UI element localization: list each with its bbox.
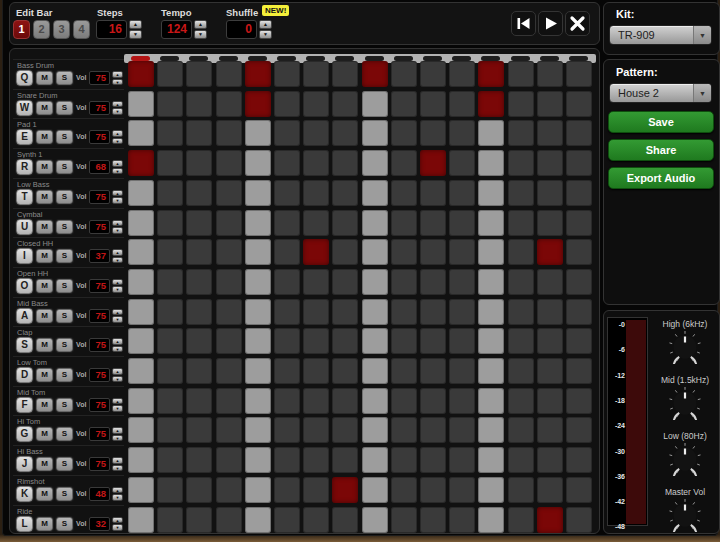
volume-down-button[interactable]: ▼ <box>112 257 123 264</box>
track-key-button[interactable]: W <box>16 100 33 116</box>
track-key-button[interactable]: T <box>16 189 33 205</box>
volume-up-button[interactable]: ▲ <box>112 190 123 197</box>
volume-up-button[interactable]: ▲ <box>112 457 123 464</box>
step-cell[interactable] <box>157 210 183 236</box>
track-key-button[interactable]: I <box>16 248 33 264</box>
solo-button[interactable]: S <box>56 249 73 263</box>
step-cell[interactable] <box>332 120 358 146</box>
step-cell[interactable] <box>128 150 154 176</box>
step-cell[interactable] <box>537 269 563 295</box>
volume-value[interactable]: 75 <box>89 338 110 352</box>
step-cell[interactable] <box>391 447 417 473</box>
edit-bar-button-3[interactable]: 3 <box>53 20 70 39</box>
step-cell[interactable] <box>420 388 446 414</box>
step-cell[interactable] <box>157 150 183 176</box>
track-key-button[interactable]: Q <box>16 70 33 86</box>
step-cell[interactable] <box>391 150 417 176</box>
step-cell[interactable] <box>128 210 154 236</box>
track-key-button[interactable]: U <box>16 219 33 235</box>
share-button[interactable]: Share <box>608 139 714 161</box>
step-cell[interactable] <box>391 507 417 533</box>
step-cell[interactable] <box>274 388 300 414</box>
step-cell[interactable] <box>449 299 475 325</box>
track-key-button[interactable]: E <box>16 129 33 145</box>
mute-button[interactable]: M <box>36 249 53 263</box>
step-cell[interactable] <box>303 61 329 87</box>
step-cell[interactable] <box>391 210 417 236</box>
step-cell[interactable] <box>245 417 271 443</box>
solo-button[interactable]: S <box>56 398 73 412</box>
volume-down-button[interactable]: ▼ <box>112 465 123 472</box>
step-cell[interactable] <box>128 120 154 146</box>
step-cell[interactable] <box>274 269 300 295</box>
step-cell[interactable] <box>508 210 534 236</box>
tempo-up-button[interactable]: ▲ <box>194 20 207 29</box>
step-cell[interactable] <box>245 358 271 384</box>
step-cell[interactable] <box>216 299 242 325</box>
volume-up-button[interactable]: ▲ <box>112 338 123 345</box>
step-cell[interactable] <box>449 269 475 295</box>
step-cell[interactable] <box>245 299 271 325</box>
volume-value[interactable]: 75 <box>89 398 110 412</box>
step-cell[interactable] <box>420 61 446 87</box>
step-cell[interactable] <box>362 269 388 295</box>
step-cell[interactable] <box>420 239 446 265</box>
step-cell[interactable] <box>186 358 212 384</box>
step-cell[interactable] <box>186 477 212 503</box>
step-cell[interactable] <box>332 210 358 236</box>
step-cell[interactable] <box>157 180 183 206</box>
step-cell[interactable] <box>332 328 358 354</box>
step-cell[interactable] <box>566 210 592 236</box>
step-cell[interactable] <box>478 120 504 146</box>
mute-button[interactable]: M <box>36 368 53 382</box>
step-cell[interactable] <box>537 328 563 354</box>
step-cell[interactable] <box>508 358 534 384</box>
step-cell[interactable] <box>478 269 504 295</box>
step-cell[interactable] <box>332 269 358 295</box>
save-button[interactable]: Save <box>608 111 714 133</box>
step-cell[interactable] <box>362 477 388 503</box>
step-cell[interactable] <box>332 417 358 443</box>
step-cell[interactable] <box>274 210 300 236</box>
step-cell[interactable] <box>566 388 592 414</box>
mute-button[interactable]: M <box>36 487 53 501</box>
edit-bar-button-2[interactable]: 2 <box>33 20 50 39</box>
step-cell[interactable] <box>186 239 212 265</box>
step-cell[interactable] <box>537 91 563 117</box>
step-cell[interactable] <box>449 150 475 176</box>
step-cell[interactable] <box>332 358 358 384</box>
steps-down-button[interactable]: ▼ <box>129 30 142 39</box>
step-cell[interactable] <box>128 358 154 384</box>
step-cell[interactable] <box>391 299 417 325</box>
step-cell[interactable] <box>537 447 563 473</box>
step-cell[interactable] <box>332 91 358 117</box>
volume-up-button[interactable]: ▲ <box>112 71 123 78</box>
step-cell[interactable] <box>245 120 271 146</box>
step-cell[interactable] <box>420 477 446 503</box>
step-cell[interactable] <box>478 507 504 533</box>
step-cell[interactable] <box>128 61 154 87</box>
volume-value[interactable]: 75 <box>89 427 110 441</box>
step-cell[interactable] <box>362 239 388 265</box>
step-cell[interactable] <box>303 477 329 503</box>
step-cell[interactable] <box>362 61 388 87</box>
mute-button[interactable]: M <box>36 160 53 174</box>
step-cell[interactable] <box>566 447 592 473</box>
step-cell[interactable] <box>362 328 388 354</box>
step-cell[interactable] <box>362 299 388 325</box>
step-cell[interactable] <box>391 328 417 354</box>
step-cell[interactable] <box>303 417 329 443</box>
volume-value[interactable]: 68 <box>89 160 110 174</box>
step-cell[interactable] <box>216 61 242 87</box>
volume-up-button[interactable]: ▲ <box>112 130 123 137</box>
step-cell[interactable] <box>566 299 592 325</box>
step-cell[interactable] <box>566 150 592 176</box>
step-cell[interactable] <box>332 299 358 325</box>
volume-up-button[interactable]: ▲ <box>112 368 123 375</box>
step-cell[interactable] <box>449 358 475 384</box>
step-cell[interactable] <box>186 507 212 533</box>
volume-down-button[interactable]: ▼ <box>112 346 123 353</box>
volume-down-button[interactable]: ▼ <box>112 524 123 531</box>
step-cell[interactable] <box>449 210 475 236</box>
step-cell[interactable] <box>216 328 242 354</box>
